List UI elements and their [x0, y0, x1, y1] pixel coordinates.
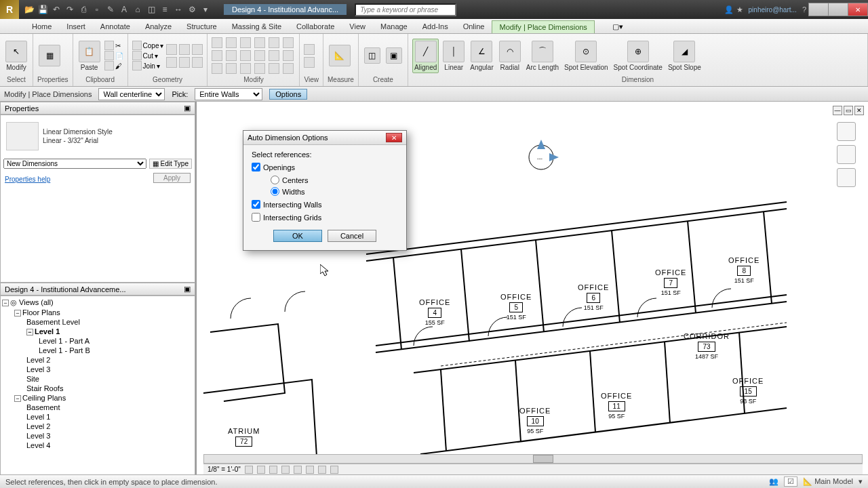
tree-toggle[interactable]: −: [14, 310, 21, 317]
modify-tool[interactable]: [283, 63, 294, 74]
tab-home[interactable]: Home: [24, 20, 59, 33]
geom-tool[interactable]: [192, 44, 203, 55]
radial-dimension-button[interactable]: ◠Radial: [498, 39, 522, 73]
help-icon[interactable]: ?: [802, 5, 806, 14]
ribbon-collapse-icon[interactable]: ▢▾: [608, 20, 627, 33]
tree-toggle[interactable]: −: [14, 395, 21, 402]
qat-icon[interactable]: ▾: [199, 3, 212, 16]
geom-tool[interactable]: [166, 44, 177, 55]
modify-tool[interactable]: [240, 37, 251, 48]
app-icon[interactable]: R: [0, 0, 19, 19]
modify-tool[interactable]: [212, 63, 222, 74]
search-input[interactable]: [355, 3, 456, 16]
tree-node[interactable]: Stair Roofs: [2, 384, 193, 393]
cut-button[interactable]: Cut ▾: [132, 51, 164, 60]
pick-select[interactable]: Entire Walls: [195, 88, 262, 100]
create-tool[interactable]: ▣: [384, 46, 403, 65]
crop-region-icon[interactable]: [306, 466, 314, 474]
view-max-icon[interactable]: ▭: [844, 106, 853, 115]
print-icon[interactable]: ⎙: [77, 3, 90, 16]
tree-node[interactable]: Site: [2, 374, 193, 384]
match-type-button[interactable]: 🖌: [104, 61, 123, 70]
tab-addins[interactable]: Add-Ins: [415, 20, 456, 33]
tab-view[interactable]: View: [342, 20, 373, 33]
project-browser[interactable]: −◎ Views (all) −Floor Plans Basement Lev…: [0, 296, 195, 488]
create-tool[interactable]: ◫: [363, 46, 382, 65]
editable-only-toggle[interactable]: ☑: [784, 476, 797, 487]
angular-dimension-button[interactable]: ∠Angular: [469, 39, 494, 73]
view-detail-icon[interactable]: [245, 466, 253, 474]
close-button[interactable]: ✕: [848, 3, 868, 16]
intersecting-grids-checkbox[interactable]: Intersecting Grids: [252, 213, 398, 222]
properties-help-link[interactable]: Properties help: [5, 176, 50, 183]
qat-icon[interactable]: A: [118, 3, 130, 16]
tab-collaborate[interactable]: Collaborate: [289, 20, 342, 33]
cancel-button[interactable]: Cancel: [328, 230, 376, 242]
geom-tool[interactable]: [166, 57, 177, 68]
tree-node[interactable]: Basement: [2, 403, 193, 412]
ok-button[interactable]: OK: [273, 230, 322, 242]
tab-analyze[interactable]: Analyze: [138, 20, 179, 33]
edit-type-button[interactable]: ▦ Edit Type: [149, 159, 192, 169]
qat-icon[interactable]: ↔: [172, 3, 184, 16]
qat-icon[interactable]: ⌂: [132, 3, 144, 16]
modify-tool[interactable]: [283, 37, 294, 48]
signed-in-user[interactable]: pinheiro@hart...: [746, 6, 800, 14]
properties-button[interactable]: ▦: [37, 43, 62, 68]
tree-node[interactable]: Level 1 - Part A: [2, 336, 193, 346]
centers-radio[interactable]: Centers: [271, 176, 398, 184]
maximize-button[interactable]: ▭: [828, 3, 848, 16]
tree-node[interactable]: Level 1: [2, 412, 193, 422]
spot-coordinate-button[interactable]: ⊕Spot Coordinate: [612, 39, 664, 73]
tab-manage[interactable]: Manage: [373, 20, 415, 33]
modify-tool[interactable]: [226, 63, 237, 74]
tab-online[interactable]: Online: [456, 20, 492, 33]
modify-tool[interactable]: [212, 50, 222, 61]
modify-tool[interactable]: [254, 63, 265, 74]
redo-icon[interactable]: ↷: [64, 3, 76, 16]
nav-pan-icon[interactable]: [837, 168, 856, 187]
tree-node[interactable]: Level 2: [2, 422, 193, 431]
modify-tool[interactable]: [254, 50, 265, 61]
view-close-icon[interactable]: ✕: [854, 106, 864, 115]
tab-massing[interactable]: Massing & Site: [224, 20, 289, 33]
geom-tool[interactable]: [179, 44, 190, 55]
tab-insert[interactable]: Insert: [59, 20, 93, 33]
tree-toggle[interactable]: −: [2, 300, 9, 306]
modify-tool[interactable]: [226, 50, 237, 61]
modify-tool[interactable]: [269, 37, 279, 48]
qat-icon[interactable]: ▫: [91, 3, 103, 16]
modify-tool[interactable]: [226, 37, 237, 48]
view-style-icon[interactable]: [257, 466, 265, 474]
tree-node[interactable]: Level 3: [2, 365, 193, 374]
modify-tool[interactable]: [269, 63, 279, 74]
wall-location-select[interactable]: Wall centerline: [98, 88, 165, 100]
spot-elevation-button[interactable]: ⊙Spot Elevation: [563, 39, 610, 73]
tab-structure[interactable]: Structure: [179, 20, 224, 33]
qat-icon[interactable]: ⚙: [186, 3, 198, 16]
arc-length-button[interactable]: ⌒Arc Length: [525, 39, 560, 73]
horizontal-scrollbar[interactable]: [203, 454, 863, 464]
aligned-dimension-button[interactable]: ╱Aligned: [412, 39, 439, 73]
view-tool[interactable]: [304, 44, 315, 55]
crop-icon[interactable]: [294, 466, 302, 474]
shadows-icon[interactable]: [281, 466, 290, 474]
tree-node-selected[interactable]: −Level 1: [2, 327, 193, 336]
tree-node[interactable]: Level 2: [2, 355, 193, 365]
view-tool[interactable]: [304, 57, 315, 68]
save-icon[interactable]: 💾: [37, 3, 49, 16]
apply-button[interactable]: Apply: [153, 173, 191, 183]
hide-isolate-icon[interactable]: [318, 466, 326, 474]
spot-slope-button[interactable]: ◢Spot Slope: [667, 39, 703, 73]
type-selector[interactable]: Linear Dimension Style Linear - 3/32" Ar…: [3, 118, 192, 157]
sun-path-icon[interactable]: [269, 466, 277, 474]
qat-icon[interactable]: ✎: [104, 3, 117, 16]
tree-node[interactable]: Level 3: [2, 431, 193, 441]
view-scale[interactable]: 1/8" = 1'-0": [208, 466, 241, 473]
copy-clipboard-button[interactable]: 📄: [104, 51, 123, 60]
tab-annotate[interactable]: Annotate: [93, 20, 138, 33]
favorite-icon[interactable]: ★: [736, 5, 743, 14]
tree-toggle[interactable]: −: [26, 329, 33, 336]
cope-button[interactable]: Cope ▾: [132, 41, 164, 50]
modify-tool[interactable]: [283, 50, 294, 61]
